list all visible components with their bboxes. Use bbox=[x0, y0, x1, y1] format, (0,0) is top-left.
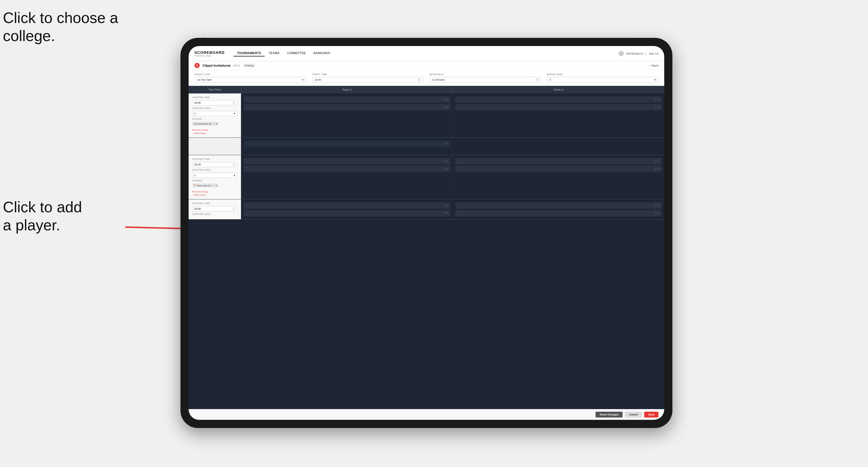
starting-time-input-1[interactable]: 10:00 🕐 bbox=[192, 100, 237, 105]
back-button[interactable]: < Back bbox=[649, 64, 658, 67]
clock-icon: 🕐 bbox=[418, 78, 421, 81]
clock-icon-3: 🕐 bbox=[232, 102, 235, 104]
chevron-down-icon-course-2: ▾ bbox=[216, 184, 217, 187]
plus-icon: + bbox=[192, 132, 193, 134]
course-icon: 📍 bbox=[193, 184, 196, 187]
player-slot[interactable]: ✕ ▾ bbox=[244, 210, 450, 216]
chevron-down-icon[interactable]: ▾ bbox=[658, 167, 659, 170]
player-slot[interactable]: ✕ ▾ bbox=[455, 104, 662, 110]
cancel-button[interactable]: Cancel bbox=[625, 412, 642, 417]
remove-course-icon-2[interactable]: ✕ bbox=[213, 184, 215, 187]
chevron-down-icon[interactable]: ▾ bbox=[658, 212, 659, 215]
team2-col-1: ✕ ▾ ✕ ▾ bbox=[453, 93, 664, 137]
row-left-1: STARTING TIME: 10:00 🕐 STARTING HOLE: 1 … bbox=[189, 93, 241, 137]
start-time-group: Start Time 10:00 🕐 bbox=[312, 73, 424, 83]
close-icon[interactable]: ✕ bbox=[443, 160, 445, 163]
starting-hole-input-2[interactable]: 1 ▾ bbox=[192, 173, 237, 178]
chevron-down-icon[interactable]: ▾ bbox=[446, 98, 448, 101]
course-tag-1[interactable]: (A) Peachtree GC ✕ ▾ bbox=[192, 122, 219, 126]
group-size-group: Group Size 3 ▾ bbox=[547, 73, 659, 83]
player-slot[interactable]: ✕ ▾ bbox=[244, 166, 450, 172]
row-left-2: STARTING TIME: 10:10 🕐 STARTING HOLE: 1 … bbox=[189, 155, 241, 199]
clock-icon-4: 🕐 bbox=[232, 163, 235, 166]
close-icon[interactable]: ✕ bbox=[655, 212, 657, 215]
close-icon[interactable]: ✕ bbox=[443, 98, 445, 101]
nav-teams[interactable]: TEAMS bbox=[265, 50, 283, 57]
close-icon[interactable]: ✕ bbox=[655, 98, 657, 101]
close-icon[interactable]: ✕ bbox=[655, 204, 657, 207]
chevron-down-icon[interactable]: ▾ bbox=[446, 212, 448, 215]
close-icon[interactable]: ✕ bbox=[655, 167, 657, 170]
player-slot[interactable]: ✕ ▾ bbox=[244, 203, 450, 209]
start-time-label: Start Time bbox=[312, 73, 424, 76]
start-time-select[interactable]: 10:00 🕐 bbox=[312, 77, 424, 83]
chevron-down-icon[interactable]: ▾ bbox=[658, 160, 659, 163]
chevron-down-icon[interactable]: ▾ bbox=[446, 106, 448, 108]
row-teams-3: ✕ ▾ ✕ ▾ ✕ ▾ ✕ bbox=[241, 199, 664, 219]
add-group-link-1[interactable]: + Add Group bbox=[192, 132, 237, 134]
close-icon[interactable]: ✕ bbox=[655, 106, 657, 108]
player-slot[interactable]: ✕ ▾ bbox=[244, 104, 450, 110]
intervals-select[interactable]: 10 Minutes 🕐 bbox=[429, 77, 541, 83]
nav-sign-out[interactable]: Sign out bbox=[649, 52, 658, 55]
close-icon[interactable]: ✕ bbox=[443, 212, 445, 215]
starting-hole-input-1[interactable]: 1 ▾ bbox=[192, 111, 237, 116]
player-slot[interactable]: ✕ ▾ bbox=[244, 96, 450, 103]
starting-hole-label-3: STARTING HOLE: bbox=[192, 213, 237, 215]
footer-bar: Reset Changes Cancel Save bbox=[189, 409, 664, 420]
row-actions-1: Remove Group + Add Group bbox=[192, 129, 237, 134]
close-icon[interactable]: ✕ bbox=[443, 143, 445, 145]
tournament-badge: (Men) bbox=[233, 64, 240, 67]
intervals-label: Intervals bbox=[429, 73, 541, 76]
annotation-add-player: Click to add a player. bbox=[3, 198, 82, 235]
row-actions-2: Remove Group + Add Group bbox=[192, 190, 237, 196]
save-button[interactable]: Save bbox=[644, 412, 658, 417]
team2-col-2: ✕ ▾ ✕ ▾ bbox=[453, 155, 664, 199]
player-slot[interactable]: ✕ ▾ bbox=[455, 166, 662, 172]
player-slot[interactable]: ✕ ▾ bbox=[455, 96, 662, 103]
chevron-down-icon[interactable]: ▾ bbox=[446, 160, 448, 163]
starting-time-input-3[interactable]: 10:20 🕐 bbox=[192, 206, 237, 211]
clock-icon-5: 🕐 bbox=[232, 208, 235, 210]
player-slot[interactable]: ✕ ▾ bbox=[455, 158, 662, 164]
player-slot[interactable]: ✕ ▾ bbox=[455, 210, 662, 216]
team1-extra: ✕ ▾ bbox=[241, 138, 453, 155]
starting-time-label-2: STARTING TIME: bbox=[192, 158, 237, 160]
row-left-3: STARTING TIME: 10:20 🕐 STARTING HOLE: bbox=[189, 199, 241, 219]
course-tag-2[interactable]: 📍 East Lake GC ✕ ▾ bbox=[192, 183, 218, 187]
player-slot[interactable]: ✕ ▾ bbox=[244, 141, 450, 147]
player-slot[interactable]: ✕ ▾ bbox=[244, 158, 450, 164]
remove-group-link-1[interactable]: Remove Group bbox=[192, 129, 237, 131]
chevron-down-icon[interactable]: ▾ bbox=[658, 204, 659, 207]
remove-course-icon[interactable]: ✕ bbox=[213, 122, 215, 125]
table-row: STARTING TIME: 10:10 🕐 STARTING HOLE: 1 … bbox=[189, 155, 664, 199]
chevron-down-icon[interactable]: ▾ bbox=[446, 204, 448, 207]
nav-tournaments[interactable]: TOURNAMENTS bbox=[234, 50, 265, 57]
chevron-down-icon[interactable]: ▾ bbox=[658, 98, 659, 101]
nav-separator: | bbox=[646, 52, 647, 55]
player-slot[interactable]: ✕ ▾ bbox=[455, 203, 662, 209]
nav-committee[interactable]: COMMITTEE bbox=[284, 50, 310, 57]
reset-changes-button[interactable]: Reset Changes bbox=[595, 412, 623, 417]
starting-time-label-3: STARTING TIME: bbox=[192, 203, 237, 205]
nav-logo: SCOREBOARD Powered by clippd bbox=[194, 50, 225, 57]
start-type-select[interactable]: 1st Tee Start ▾ bbox=[194, 77, 306, 83]
close-icon[interactable]: ✕ bbox=[443, 167, 445, 170]
chevron-down-icon[interactable]: ▾ bbox=[446, 143, 448, 145]
close-icon[interactable]: ✕ bbox=[443, 106, 445, 108]
starting-hole-label-2: STARTING HOLE: bbox=[192, 169, 237, 171]
chevron-down-icon[interactable]: ▾ bbox=[446, 167, 448, 170]
close-icon[interactable]: ✕ bbox=[655, 160, 657, 163]
col-tee-time: Tee Time bbox=[189, 86, 241, 93]
add-group-link-2[interactable]: + Add Group bbox=[192, 194, 237, 196]
starting-time-input-2[interactable]: 10:10 🕐 bbox=[192, 162, 237, 167]
group-size-select[interactable]: 3 ▾ bbox=[547, 77, 659, 83]
chevron-down-icon[interactable]: ▾ bbox=[658, 106, 659, 108]
nav-avatar bbox=[619, 51, 624, 56]
annotation-choose-college: Click to choose a college. bbox=[3, 9, 118, 45]
nav-rankings[interactable]: RANKINGS bbox=[310, 50, 334, 57]
nav-bar: SCOREBOARD Powered by clippd TOURNAMENTS… bbox=[189, 46, 664, 61]
remove-group-link-2[interactable]: Remove Group bbox=[192, 190, 237, 193]
col-team1: Team 1 bbox=[241, 86, 453, 93]
close-icon[interactable]: ✕ bbox=[443, 204, 445, 207]
